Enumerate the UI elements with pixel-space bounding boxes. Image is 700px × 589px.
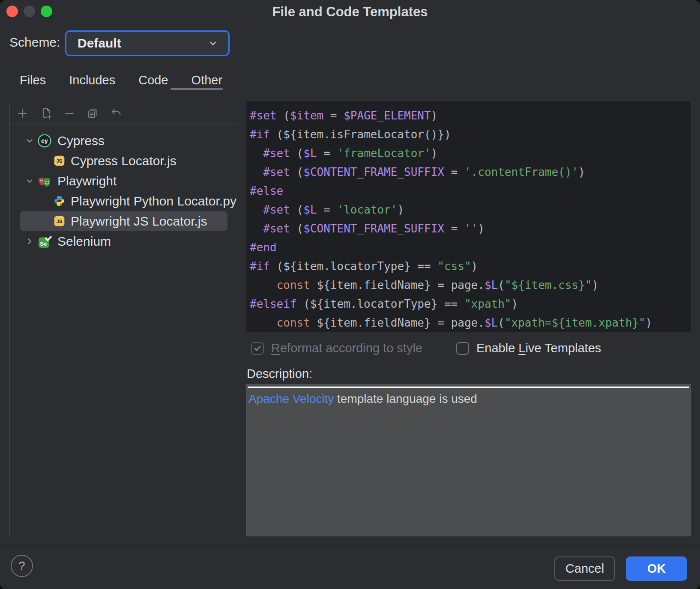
tree-item-label: Cypress xyxy=(57,134,105,148)
tab-other[interactable]: Other xyxy=(191,73,223,87)
dialog-title: File and Code Templates xyxy=(0,4,700,20)
chevron-down-icon xyxy=(207,37,219,49)
code-line: #if (${item.isFrameLocator()}) xyxy=(250,125,691,144)
tree-item-cypress[interactable]: cyCypress xyxy=(20,131,227,151)
tree-item-label: Playwright xyxy=(57,174,117,188)
svg-text:JS: JS xyxy=(57,219,63,224)
checkmark-icon xyxy=(253,344,262,353)
description-label: Description: xyxy=(247,367,312,381)
tree-item-playwright[interactable]: Playwright xyxy=(20,171,227,191)
code-line: #set ($CONTENT_FRAME_SUFFIX = '') xyxy=(250,219,691,238)
code-line: #set ($item = $PAGE_ELEMENT) xyxy=(250,106,691,125)
tab-files[interactable]: Files xyxy=(20,73,46,87)
apache-velocity-link[interactable]: Apache Velocity xyxy=(248,392,334,405)
template-list-toolbar xyxy=(10,102,238,125)
chevron-down-icon[interactable] xyxy=(25,176,34,186)
live-templates-checkbox[interactable] xyxy=(456,342,469,355)
scheme-dropdown[interactable]: Default xyxy=(65,30,230,56)
code-line: #set ($L = 'locator') xyxy=(250,200,691,219)
copy-file-icon xyxy=(39,107,53,120)
chevron-right-icon[interactable] xyxy=(25,237,34,246)
tree-item-playwright-js-locator-js[interactable]: JSPlaywright JS Locator.js xyxy=(20,211,227,231)
remove-template-button[interactable] xyxy=(62,106,77,121)
tree-item-playwright-python-locator-py[interactable]: Playwright Python Locator.py xyxy=(20,191,227,211)
tab-includes[interactable]: Includes xyxy=(69,73,115,87)
svg-text:cy: cy xyxy=(41,137,48,144)
live-templates-label: Enable Live Templates xyxy=(476,341,601,355)
js-file-icon: JS xyxy=(54,155,65,167)
minus-icon xyxy=(63,107,76,120)
template-code-editor[interactable]: #set ($item = $PAGE_ELEMENT)#if (${item.… xyxy=(246,101,691,332)
file-and-code-templates-dialog: File and Code Templates Scheme: Default … xyxy=(0,0,700,589)
reformat-label: Reformat according to style xyxy=(271,341,422,355)
ok-button[interactable]: OK xyxy=(626,556,687,581)
description-text: Apache Velocity template language is use… xyxy=(248,392,689,406)
description-text-rest: template language is used xyxy=(334,392,477,405)
divider xyxy=(0,62,700,62)
code-line: #set ($L = 'frameLocator') xyxy=(250,144,691,163)
duplicate-icon xyxy=(86,107,100,120)
tree-item-selenium[interactable]: SeSelenium xyxy=(20,231,227,251)
template-tree: cyCypressJSCypress Locator.jsPlaywrightP… xyxy=(10,125,238,251)
svg-text:Se: Se xyxy=(40,241,47,247)
description-divider xyxy=(248,387,689,388)
plus-icon xyxy=(15,107,29,120)
duplicate-template-button[interactable] xyxy=(86,106,100,121)
undo-icon xyxy=(110,107,123,120)
live-templates-option: Enable Live Templates xyxy=(456,341,601,355)
reformat-option: Reformat according to style xyxy=(251,341,422,355)
js-file-icon: JS xyxy=(54,215,65,227)
scheme-value: Default xyxy=(78,36,121,51)
template-list-panel: cyCypressJSCypress Locator.jsPlaywrightP… xyxy=(9,102,238,536)
cypress-icon: cy xyxy=(37,134,52,148)
tree-item-label: Playwright JS Locator.js xyxy=(71,214,207,229)
reformat-checkbox[interactable] xyxy=(251,342,264,355)
divider xyxy=(0,95,700,95)
code-line: #if (${item.locatorType} == "css") xyxy=(250,257,691,276)
copy-template-button[interactable] xyxy=(39,106,53,121)
playwright-icon xyxy=(37,174,52,188)
code-line: #end xyxy=(250,238,691,257)
cancel-button[interactable]: Cancel xyxy=(554,556,615,581)
tab-bar: FilesIncludesCodeOther xyxy=(20,73,222,87)
chevron-down-icon[interactable] xyxy=(25,136,34,146)
tab-code[interactable]: Code xyxy=(138,73,168,87)
scheme-label: Scheme: xyxy=(9,35,60,50)
code-line: const ${item.fieldName} = page.$L("${ite… xyxy=(250,276,691,294)
tree-item-label: Playwright Python Locator.py xyxy=(71,194,236,208)
svg-text:JS: JS xyxy=(57,158,63,164)
python-file-icon xyxy=(54,195,65,207)
code-line: const ${item.fieldName} = page.$L("xpath… xyxy=(250,313,691,332)
description-panel: Apache Velocity template language is use… xyxy=(246,384,691,536)
footer-divider xyxy=(0,544,700,545)
code-line: #set ($CONTENT_FRAME_SUFFIX = '.contentF… xyxy=(250,163,691,181)
help-button[interactable]: ? xyxy=(11,555,33,577)
reset-to-default-button[interactable] xyxy=(109,106,124,121)
tree-item-cypress-locator-js[interactable]: JSCypress Locator.js xyxy=(20,151,227,171)
tree-item-label: Cypress Locator.js xyxy=(71,154,176,168)
selenium-icon: Se xyxy=(37,234,52,249)
tree-item-label: Selenium xyxy=(57,234,111,249)
selected-tab-underline xyxy=(171,88,223,90)
code-line: #else xyxy=(250,181,691,200)
create-template-button[interactable] xyxy=(15,106,30,121)
code-line: #elseif (${item.locatorType} == "xpath") xyxy=(250,294,691,313)
